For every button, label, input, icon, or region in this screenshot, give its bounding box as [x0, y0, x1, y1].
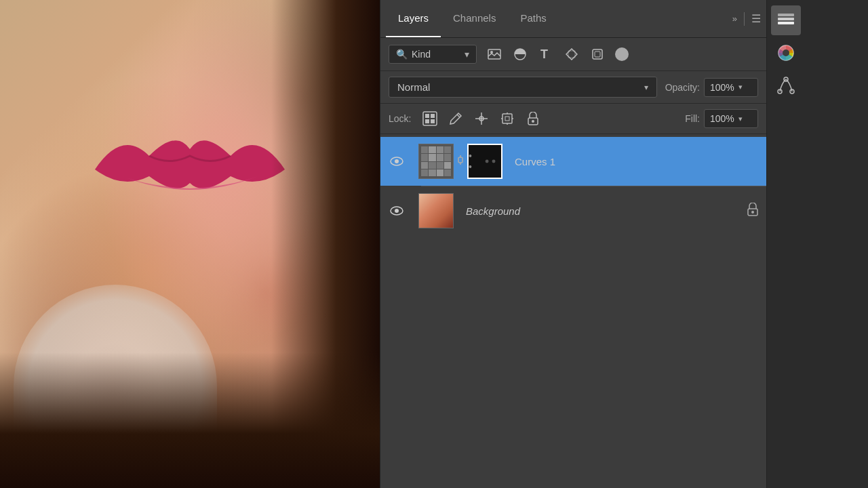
svg-point-32 — [429, 198, 445, 217]
svg-point-35 — [433, 211, 440, 215]
filter-icons-group: T — [485, 45, 607, 64]
tab-channels[interactable]: Channels — [441, 0, 508, 37]
lock-paint-button[interactable] — [446, 109, 465, 128]
layers-tool-button[interactable] — [771, 5, 801, 35]
shape-filter-icon[interactable] — [562, 45, 581, 64]
paths-tool-button[interactable] — [771, 70, 801, 100]
tab-paths[interactable]: Paths — [508, 0, 558, 37]
right-toolbar — [766, 0, 804, 488]
fill-group: Fill: 100% ▾ — [685, 109, 758, 128]
tab-divider — [744, 12, 745, 26]
lock-bar: Lock: — [380, 104, 766, 134]
tab-expand-icon[interactable]: » — [732, 14, 737, 24]
filter-toggle[interactable] — [615, 47, 629, 61]
svg-text:T: T — [540, 48, 548, 60]
background-layer-thumb — [418, 193, 454, 228]
blend-mode-dropdown[interactable]: Normal ▾ — [389, 77, 657, 98]
curves1-visibility-toggle[interactable] — [389, 157, 405, 166]
smart-filter-icon[interactable] — [588, 45, 607, 64]
lock-artboard-button[interactable] — [498, 109, 517, 128]
svg-rect-15 — [505, 117, 509, 121]
svg-point-37 — [751, 211, 754, 214]
svg-rect-4 — [593, 49, 602, 59]
tab-bar: Layers Channels Paths » ☰ — [380, 0, 766, 38]
layer-row-background[interactable]: Background — [380, 186, 766, 235]
svg-rect-9 — [425, 119, 429, 123]
layers-list: Curves 1 — [380, 134, 766, 488]
svg-rect-5 — [595, 52, 600, 57]
background-visibility-toggle[interactable] — [389, 206, 405, 216]
lock-all-button[interactable] — [524, 109, 542, 128]
lips-area — [81, 108, 298, 230]
svg-rect-7 — [425, 114, 429, 118]
svg-point-27 — [486, 160, 489, 163]
svg-rect-40 — [778, 14, 794, 16]
lock-pixels-button[interactable] — [420, 109, 439, 128]
photo-canvas — [0, 0, 380, 488]
opacity-arrow: ▾ — [738, 83, 743, 92]
blend-mode-arrow: ▾ — [644, 83, 648, 92]
kind-dropdown-arrow: ▾ — [465, 49, 469, 60]
curves1-mask-thumb — [467, 144, 502, 179]
curves1-thumb-group — [418, 144, 502, 179]
fill-arrow: ▾ — [738, 115, 743, 123]
opacity-group: Opacity: 100% ▾ — [665, 78, 758, 97]
kind-filter-dropdown[interactable]: 🔍 Kind ▾ — [389, 45, 477, 64]
svg-rect-14 — [502, 114, 512, 123]
curves1-grid-thumb — [418, 144, 454, 179]
panel-menu-button[interactable]: ☰ — [751, 12, 761, 25]
lock-position-button[interactable] — [472, 109, 491, 128]
svg-point-30 — [395, 209, 399, 213]
tab-layers[interactable]: Layers — [386, 0, 441, 37]
svg-rect-10 — [431, 119, 435, 123]
background-thumb-group — [418, 193, 454, 228]
type-filter-icon[interactable]: T — [536, 45, 555, 64]
svg-rect-8 — [431, 114, 435, 118]
svg-point-42 — [783, 49, 789, 56]
background-layer-name: Background — [466, 205, 741, 217]
svg-point-28 — [492, 160, 495, 163]
layer-row-curves1[interactable]: Curves 1 — [380, 137, 766, 186]
fill-value-control[interactable]: 100% ▾ — [704, 109, 758, 128]
curves1-layer-name: Curves 1 — [515, 156, 758, 167]
svg-rect-39 — [778, 18, 794, 20]
hair-bottom-area — [0, 352, 380, 488]
curves1-chain-icon — [455, 152, 466, 170]
adjustment-filter-icon[interactable] — [511, 45, 530, 64]
svg-rect-38 — [778, 22, 794, 24]
layers-panel: Layers Channels Paths » ☰ 🔍 Kind ▾ — [380, 0, 766, 488]
opacity-value-control[interactable]: 100% ▾ — [704, 78, 758, 97]
background-lock-icon — [747, 203, 758, 219]
blend-mode-bar: Normal ▾ Opacity: 100% ▾ — [380, 71, 766, 104]
svg-rect-31 — [419, 194, 454, 228]
color-wheel-tool-button[interactable] — [771, 38, 801, 68]
svg-point-23 — [395, 159, 399, 163]
image-filter-icon[interactable] — [485, 45, 504, 64]
svg-point-33 — [427, 194, 446, 209]
svg-rect-34 — [419, 211, 454, 228]
svg-rect-26 — [479, 150, 501, 172]
filter-bar: 🔍 Kind ▾ — [380, 38, 766, 71]
svg-point-21 — [532, 120, 534, 123]
search-icon: 🔍 — [396, 49, 408, 60]
